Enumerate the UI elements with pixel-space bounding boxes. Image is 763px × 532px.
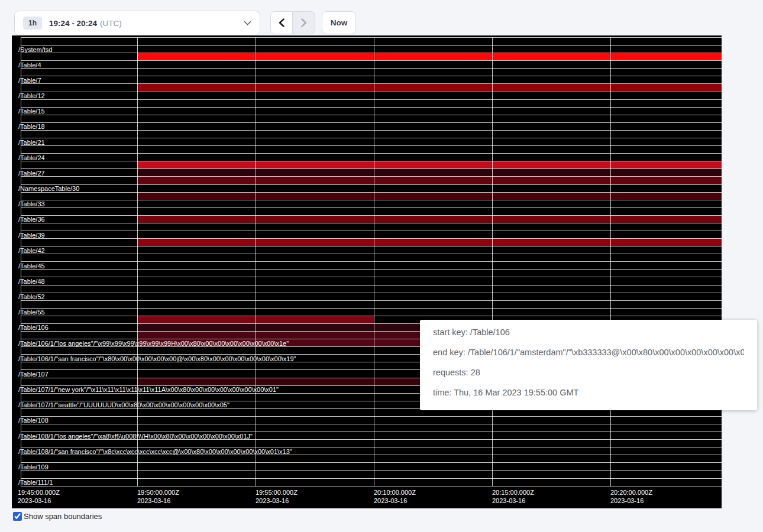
axis-tick-time: 19:55:00.000Z [256, 488, 298, 497]
heat-band[interactable] [137, 239, 722, 246]
span-boundary-line [21, 246, 722, 246]
chevron-right-icon [300, 18, 308, 28]
time-gridline [374, 37, 374, 486]
span-boundary-line [21, 53, 722, 53]
span-boundary-line [21, 45, 722, 46]
show-span-boundaries-checkbox[interactable] [13, 512, 22, 521]
row-label: /Table/36 [18, 216, 45, 223]
span-boundary-line [21, 486, 722, 486]
axis-tick-time: 20:20:00.000Z [610, 488, 652, 497]
chevron-left-icon [278, 18, 285, 28]
span-boundary-line [21, 316, 722, 316]
axis-tick-date: 2023-03-16 [256, 497, 289, 505]
span-boundary-line [21, 176, 722, 177]
row-label: /Table/39 [18, 232, 45, 239]
span-boundary-line [21, 223, 722, 223]
span-boundary-line [21, 83, 722, 84]
span-boundary-line [21, 200, 722, 200]
span-boundary-line [21, 130, 722, 131]
axis-tick-date: 2023-03-16 [18, 497, 51, 505]
axis-tick-time: 20:15:00.000Z [492, 488, 534, 497]
row-label: /Table/7 [18, 77, 41, 84]
row-label: /Table/45 [18, 262, 45, 270]
row-label: /Table/42 [18, 247, 45, 254]
span-boundary-line [21, 293, 722, 293]
row-label: /Table/15 [18, 108, 45, 115]
now-button[interactable]: Now [322, 11, 356, 34]
span-boundary-line [21, 254, 722, 254]
span-boundary-line [21, 37, 722, 38]
span-boundary-line [21, 161, 722, 161]
heat-band[interactable] [137, 193, 722, 200]
span-boundary-line [21, 238, 722, 239]
span-boundary-line [21, 68, 722, 69]
time-range-label: 19:24 - 20:24 [49, 19, 97, 28]
span-boundary-line [21, 462, 722, 463]
row-label: /Table/107 [18, 371, 49, 378]
chevron-down-icon [244, 21, 251, 26]
row-label: /Table/108/1/"los angeles"/"\xa8\xf5\u00… [18, 433, 253, 440]
row-label: /Table/12 [18, 92, 45, 99]
span-boundary-line [21, 308, 722, 309]
key-visualizer-heatmap[interactable]: /System/tsd/Table/4/Table/7/Table/12/Tab… [12, 35, 722, 508]
span-boundary-line [21, 192, 722, 193]
time-gridline [256, 37, 256, 486]
span-boundary-line [21, 99, 722, 100]
heat-band[interactable] [137, 169, 722, 176]
row-label: /NamespaceTable/30 [18, 185, 79, 192]
row-label: /Table/18 [18, 123, 45, 130]
span-boundary-line [21, 184, 722, 185]
row-label: /Table/111/1 [18, 479, 53, 486]
row-label: /Table/33 [18, 200, 45, 207]
row-label: /Table/108/1/"san francisco"/"\x8c\xcc\x… [18, 448, 292, 455]
span-boundary-line [21, 261, 722, 262]
show-span-boundaries-control: Show span boundaries [13, 512, 102, 521]
heat-band[interactable] [137, 161, 722, 168]
row-label: /Table/4 [18, 61, 41, 69]
axis-tick-date: 2023-03-16 [610, 497, 644, 505]
span-boundary-line [21, 416, 722, 417]
span-boundary-line [21, 300, 722, 301]
axis-tick-date: 2023-03-16 [137, 497, 170, 505]
span-boundary-line [21, 277, 722, 277]
axis-tick-time: 19:50:00.000Z [137, 488, 179, 497]
axis-tick-time: 20:10:00.000Z [374, 488, 416, 497]
span-boundary-line [21, 470, 722, 471]
heat-band[interactable] [137, 177, 722, 184]
span-boundary-line [21, 60, 722, 61]
span-boundary-line [21, 207, 722, 208]
row-label: /Table/21 [18, 139, 45, 146]
span-boundary-line [21, 168, 722, 169]
time-range-selector[interactable]: 1h 19:24 - 20:24 (UTC) [14, 11, 260, 35]
axis-tick-date: 2023-03-16 [492, 497, 525, 505]
span-boundary-line [21, 92, 722, 92]
tooltip-start-key: start key: /Table/106 [433, 327, 744, 337]
row-label: /Table/106/1/"san francisco"/"\x80\x00\x… [18, 355, 296, 362]
span-boundary-line [21, 269, 722, 270]
heat-band[interactable] [137, 216, 722, 223]
row-label: /Table/108 [18, 417, 49, 424]
span-boundary-line [21, 138, 722, 138]
time-gridline [137, 37, 138, 486]
row-label: /Table/52 [18, 293, 45, 300]
duration-badge: 1h [23, 17, 42, 30]
row-label: /Table/48 [18, 278, 45, 285]
span-boundary-line [21, 424, 722, 424]
heat-band[interactable] [137, 53, 722, 60]
time-nav-group [270, 11, 315, 34]
next-time-button[interactable] [293, 11, 315, 34]
row-label: /Table/106 [18, 324, 49, 331]
row-label: /Table/107/1/"seattle"/"UUUUUUD\x00\x80\… [18, 401, 229, 408]
row-label: /Table/107/1/"new york"/"\x11\x11\x11\x1… [18, 386, 279, 393]
span-boundary-line [21, 145, 722, 146]
span-boundary-line [21, 215, 722, 216]
row-label: /Table/109 [18, 463, 49, 471]
heat-band[interactable] [137, 84, 722, 91]
row-label: /Table/55 [18, 309, 45, 316]
time-gridline [610, 37, 611, 486]
prev-time-button[interactable] [270, 11, 293, 34]
axis-tick-time: 19:45:00.000Z [18, 488, 60, 497]
span-boundary-line [21, 76, 722, 76]
span-boundary-line [21, 107, 722, 108]
span-boundary-line [21, 478, 722, 479]
